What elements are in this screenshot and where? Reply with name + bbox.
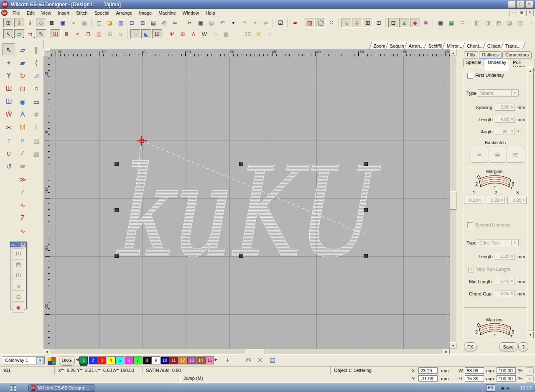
color-swatch-12[interactable]: 12 xyxy=(178,356,187,364)
help-button[interactable]: ? xyxy=(518,342,528,351)
closed-outline-button[interactable]: ◯ xyxy=(316,18,326,28)
lettering-tool[interactable]: A xyxy=(16,108,29,121)
rectangle-tool-tool[interactable]: ▭ xyxy=(30,95,43,108)
vertical-scrollbar[interactable]: ▲ ▼ xyxy=(450,49,456,349)
thread-colors-button[interactable]: ▦ xyxy=(446,18,456,28)
background-button[interactable]: BKG xyxy=(59,356,75,366)
hoop-toggle-icon[interactable]: ⎙ xyxy=(244,356,252,364)
scroll-down-icon[interactable]: ▼ xyxy=(450,342,456,349)
options-check-button[interactable]: ☑ xyxy=(275,18,285,28)
scale-tool-tool[interactable]: ⊡ xyxy=(16,82,29,95)
lettering-object[interactable]: kuKU xyxy=(113,139,382,285)
horizontal-scroll-thumb[interactable] xyxy=(245,349,265,354)
e-stitch-button[interactable]: Π xyxy=(83,29,93,39)
dither-dots-button[interactable]: ∷ xyxy=(457,18,467,28)
h-field[interactable]: 15.89 xyxy=(465,375,484,382)
save-to-machine-button[interactable]: ⊟ xyxy=(127,18,137,28)
needle-up-button[interactable]: ↧ xyxy=(25,18,35,28)
floating-palette-close-icon[interactable]: ✕ xyxy=(20,242,25,247)
panel-scroll-thumb[interactable] xyxy=(527,74,534,331)
menu-stitch[interactable]: Stitch xyxy=(73,10,91,16)
spacing-field[interactable]: 3.00⇅ xyxy=(495,104,515,111)
margin-3-field[interactable]: 0.20⇅ xyxy=(507,197,527,204)
stitch-select-tool[interactable]: Ш xyxy=(3,82,15,95)
scroll-right-icon[interactable]: ▶ xyxy=(443,349,450,354)
child-restore-button[interactable]: ▣ xyxy=(518,10,525,16)
show-bitmap-button[interactable]: ⊡ xyxy=(388,18,398,28)
restore-button[interactable]: ▢ xyxy=(517,1,525,8)
needle-penetration-button[interactable]: ↧ xyxy=(14,18,24,28)
show-vectors-button[interactable]: ◆ xyxy=(410,18,420,28)
color-swatch-6[interactable]: 6 xyxy=(125,356,133,364)
color-swatch-7[interactable]: 7 xyxy=(133,356,142,364)
tab-connectors[interactable]: Connectors xyxy=(502,51,532,59)
select-tool-dropdown-icon[interactable]: ▾ xyxy=(12,36,13,39)
stitch-travel-dropdown-icon[interactable]: ▾ xyxy=(33,36,35,39)
open-design-button[interactable]: ◪ xyxy=(105,18,115,28)
spacing-tool-tool[interactable]: ↕ xyxy=(3,134,15,147)
grid-toggle-button[interactable]: ⊞ xyxy=(363,18,373,28)
input-b-button[interactable]: ◣ xyxy=(141,29,151,39)
ellipse-rotate-tool[interactable]: ↺ xyxy=(3,160,15,173)
show-artwork-button[interactable]: ▲ xyxy=(399,18,409,28)
column-stitch-button[interactable]: Ⅲ xyxy=(61,29,71,39)
split-object-tool[interactable]: Y xyxy=(3,69,15,82)
print-button[interactable]: ▤ xyxy=(148,18,158,28)
first-type-combo[interactable]: Tatami ▼ xyxy=(477,89,519,97)
menu-special[interactable]: Special xyxy=(91,10,112,16)
spinner-icon[interactable]: ⇅ xyxy=(478,197,482,203)
language-indicator[interactable]: EN xyxy=(486,384,495,392)
dense-stitch-button[interactable]: W xyxy=(199,29,209,39)
digitize-run-button[interactable]: ✎ xyxy=(36,29,46,39)
design-canvas[interactable]: kuKU xyxy=(50,56,450,349)
tatami-stitch-button[interactable]: ▦ xyxy=(94,29,104,39)
scroll-up-icon[interactable]: ▲ xyxy=(527,67,534,74)
undo-more-button[interactable]: ▾ xyxy=(228,18,238,28)
chevron-down-icon[interactable]: ▼ xyxy=(36,357,44,364)
menu-arrange[interactable]: Arrange xyxy=(112,10,135,16)
touch-up-button[interactable]: ▣ xyxy=(436,18,446,28)
menu-file[interactable]: File xyxy=(9,10,23,16)
palette-flower-button[interactable]: ✱ xyxy=(13,303,24,313)
menu-window[interactable]: Window xyxy=(179,10,202,16)
fan-tool-tool[interactable]: ∪ xyxy=(3,147,15,160)
margin-2-field[interactable]: 0.20⇅ xyxy=(486,197,505,204)
length-field[interactable]: 4.00⇅ xyxy=(495,116,515,123)
color-swatch-11[interactable]: 11 xyxy=(169,356,178,364)
stitch-colors-icon[interactable]: ▤ xyxy=(268,356,277,363)
spinner-icon[interactable]: ⇅ xyxy=(510,128,514,134)
color-swatch-5[interactable]: 5 xyxy=(115,356,124,364)
palette-frame-button[interactable]: ⊡ xyxy=(13,292,24,302)
fancy-fill-button[interactable]: Ж xyxy=(254,29,264,39)
machine-hoop-button[interactable]: ⊞ xyxy=(3,18,13,28)
vertical-scroll-thumb[interactable] xyxy=(450,191,456,210)
run-z-tool[interactable]: Z xyxy=(16,212,29,224)
trim-connector-icon[interactable]: ⤫ xyxy=(256,356,264,364)
stitch-travel-button[interactable]: ⇉▾ xyxy=(25,29,35,39)
scroll-down-icon[interactable]: ▼ xyxy=(527,331,534,338)
run-dots-button[interactable]: ∷ xyxy=(326,18,336,28)
cap-frame-tool[interactable]: ∩ xyxy=(16,134,29,147)
margin-1-field[interactable]: 0.20⇅ xyxy=(464,197,483,204)
read-from-machine-button[interactable]: ⊞ xyxy=(138,18,148,28)
color-swatch-15[interactable]: 15 xyxy=(205,356,214,364)
palette-wave-button[interactable]: ≋ xyxy=(13,281,24,291)
select-tool-button[interactable]: ↖▾ xyxy=(3,29,13,39)
chevron-down-icon[interactable]: ▼ xyxy=(511,90,518,96)
mirror-merge-button[interactable]: Λ xyxy=(189,29,199,39)
save-design-button[interactable]: ▥ xyxy=(116,18,126,28)
fx-button[interactable]: FX xyxy=(464,342,476,351)
reshape-nodes-tool[interactable]: ▰ xyxy=(16,56,29,69)
run-chain-tool[interactable]: ∞ xyxy=(16,160,29,173)
menu-view[interactable]: View xyxy=(38,10,55,16)
floating-palette-titlebar[interactable]: P.. ✕ xyxy=(10,242,26,247)
palette-satin-1-button[interactable]: Ш xyxy=(13,248,24,258)
close-button[interactable]: ✕ xyxy=(525,1,533,8)
polygon-select-tool[interactable]: ✦ xyxy=(3,56,15,69)
satin-stitch-button[interactable]: Ш xyxy=(51,29,61,39)
thread-colors-icon[interactable] xyxy=(48,357,56,365)
spinner-icon[interactable]: ⇅ xyxy=(510,104,514,110)
globe-tool-tool[interactable]: ◉ xyxy=(16,95,29,108)
copy-button[interactable]: ▣ xyxy=(196,18,206,28)
color-swatch-14[interactable]: 14 xyxy=(196,356,205,364)
